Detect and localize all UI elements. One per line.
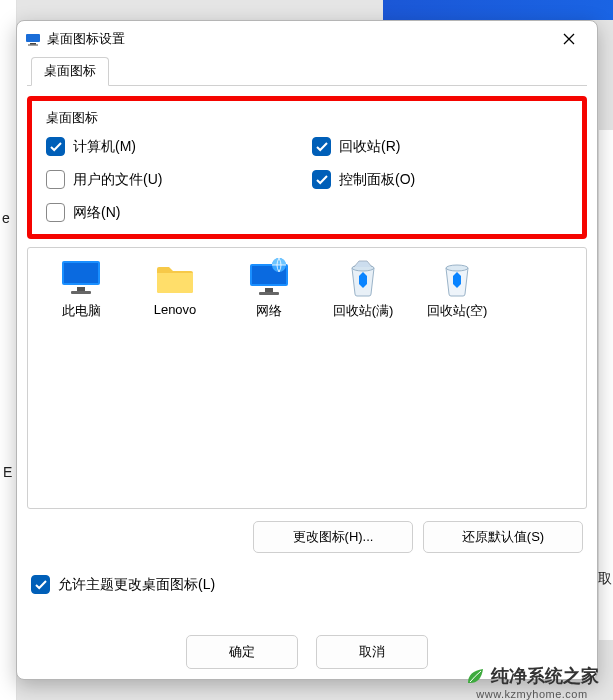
checkbox-recycle-bin[interactable]: 回收站(R)	[312, 137, 568, 156]
icon-label: 回收站(满)	[316, 302, 410, 320]
icon-item-recycle-full[interactable]: 回收站(满)	[316, 258, 410, 320]
icon-label: Lenovo	[128, 302, 222, 317]
button-label: 更改图标(H)...	[293, 529, 374, 544]
svg-rect-5	[77, 287, 85, 291]
svg-rect-9	[265, 288, 273, 292]
svg-rect-1	[30, 43, 36, 45]
background-panel-right	[599, 130, 613, 640]
icon-label: 此电脑	[34, 302, 128, 320]
checkbox-icon	[31, 575, 50, 594]
desktop-icon-settings-dialog: 桌面图标设置 桌面图标 桌面图标 计算机(M) 回收站(R)	[16, 20, 598, 680]
close-button[interactable]	[547, 24, 591, 54]
checkbox-user-files[interactable]: 用户的文件(U)	[46, 170, 302, 189]
window-title: 桌面图标设置	[47, 30, 547, 48]
dialog-content: 桌面图标 计算机(M) 回收站(R) 用户的文件(U) 控制面板(O)	[17, 86, 597, 604]
checkbox-icon	[312, 137, 331, 156]
icon-label: 回收站(空)	[410, 302, 504, 320]
svg-rect-2	[28, 45, 38, 46]
button-label: 确定	[229, 644, 255, 659]
checkbox-label: 用户的文件(U)	[73, 171, 162, 189]
change-icon-button[interactable]: 更改图标(H)...	[253, 521, 413, 553]
svg-rect-6	[71, 291, 91, 294]
desktop-icons-groupbox: 桌面图标 计算机(M) 回收站(R) 用户的文件(U) 控制面板(O)	[27, 96, 587, 239]
ok-button[interactable]: 确定	[186, 635, 298, 669]
svg-point-14	[446, 265, 468, 271]
watermark-url: www.kzmyhome.com	[457, 688, 607, 700]
icon-item-this-pc[interactable]: 此电脑	[34, 258, 128, 320]
checkbox-label: 回收站(R)	[339, 138, 400, 156]
stray-text: e	[2, 210, 10, 226]
recycle-bin-full-icon	[316, 258, 410, 298]
network-icon	[222, 258, 316, 298]
tabstrip: 桌面图标	[27, 57, 587, 86]
stray-text: 取	[598, 570, 612, 588]
icon-action-buttons: 更改图标(H)... 还原默认值(S)	[27, 521, 587, 553]
checkbox-icon	[46, 137, 65, 156]
checkbox-allow-themes[interactable]: 允许主题更改桌面图标(L)	[27, 575, 587, 594]
checkbox-icon	[46, 170, 65, 189]
checkbox-label: 允许主题更改桌面图标(L)	[58, 576, 215, 594]
checkbox-icon	[312, 170, 331, 189]
icon-item-lenovo[interactable]: Lenovo	[128, 258, 222, 317]
folder-icon	[128, 258, 222, 298]
checkbox-label: 计算机(M)	[73, 138, 136, 156]
stray-text: E	[3, 464, 12, 480]
recycle-bin-empty-icon	[410, 258, 504, 298]
checkbox-label: 控制面板(O)	[339, 171, 415, 189]
icon-preview-panel: 此电脑 Lenovo 网络 回收站(满)	[27, 247, 587, 509]
cancel-button[interactable]: 取消	[316, 635, 428, 669]
dialog-footer: 确定 取消	[17, 635, 597, 669]
monitor-icon	[34, 258, 128, 298]
checkbox-control-panel[interactable]: 控制面板(O)	[312, 170, 568, 189]
checkbox-label: 网络(N)	[73, 204, 120, 222]
svg-rect-4	[64, 263, 98, 283]
background-panel-left	[0, 0, 17, 700]
svg-rect-10	[259, 292, 279, 295]
group-label: 桌面图标	[46, 109, 568, 127]
close-icon	[563, 33, 575, 45]
tab-label: 桌面图标	[44, 63, 96, 78]
button-label: 取消	[359, 644, 385, 659]
checkbox-computer[interactable]: 计算机(M)	[46, 137, 302, 156]
svg-rect-0	[26, 34, 40, 42]
icon-label: 网络	[222, 302, 316, 320]
icon-item-network[interactable]: 网络	[222, 258, 316, 320]
background-accent	[383, 0, 613, 20]
checkbox-grid: 计算机(M) 回收站(R) 用户的文件(U) 控制面板(O) 网络(N)	[46, 137, 568, 222]
checkbox-icon	[46, 203, 65, 222]
titlebar: 桌面图标设置	[17, 21, 597, 57]
restore-default-button[interactable]: 还原默认值(S)	[423, 521, 583, 553]
icon-item-recycle-empty[interactable]: 回收站(空)	[410, 258, 504, 320]
tab-desktop-icons[interactable]: 桌面图标	[31, 57, 109, 86]
checkbox-network[interactable]: 网络(N)	[46, 203, 302, 222]
app-icon	[25, 31, 41, 47]
button-label: 还原默认值(S)	[462, 529, 544, 544]
